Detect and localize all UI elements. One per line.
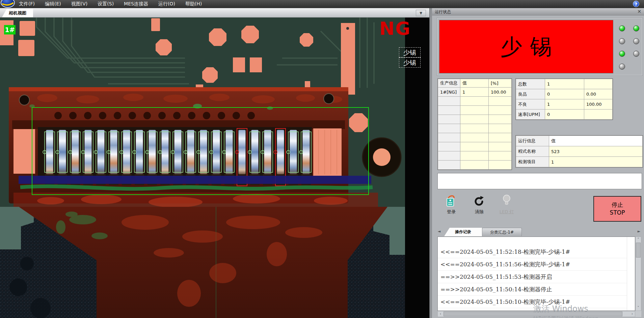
solder-pin [174,130,182,174]
pane-dropdown-button[interactable]: ▼ [416,10,426,16]
log-entry[interactable]: <<==2024-05-05_11:52:18-检测完毕-少锡-1# [438,246,627,258]
table-row [438,115,512,124]
table-row: 1#[NG] 1 100.00 [438,88,512,97]
tab-scroll-left-icon[interactable]: ◄ [437,228,441,235]
table-row [438,106,512,115]
col-header: 运行信息 [516,136,549,146]
solder-pin [97,130,105,174]
col-header: 值 [460,79,489,88]
stats-table: 总数 1 良品 0 0.00 不良 1 100.00 速率[UPM] 0 [515,78,613,120]
solder-pin [149,130,156,174]
table-row [438,151,512,161]
bulb-icon [495,194,518,207]
status-led-green [619,51,625,57]
camera-tab-strip: 相机视图 ▼ [0,8,429,18]
solder-pin [290,130,297,174]
solder-pin [302,130,310,174]
scroll-right-icon[interactable]: › [629,311,635,317]
panel-title: 运行状态 [435,9,451,14]
solder-pin [161,130,169,174]
vertical-scrollbar[interactable]: ˄ ˅ [635,237,641,311]
solder-pin [84,130,92,174]
led-grid [619,25,641,79]
octagon-pad [241,26,259,43]
col-header: [%] [489,79,512,88]
menu-run[interactable]: 运行(O) [158,1,175,7]
panel-title-bar: 运行状态 ✕ [432,8,644,16]
login-button[interactable]: 登录 [440,194,462,215]
menu-bar: 文件(F) 编辑(E) 视图(V) 设置(S) MES连接器 运行(O) 帮助(… [0,0,644,8]
inspection-result-label: NG [379,20,411,38]
tab-scroll-right-icon[interactable]: ► [637,228,641,235]
defect-tag: 少锡 [399,47,421,57]
status-led-gray [633,38,639,44]
solder-pin [277,130,284,174]
col-header: 值 [549,136,643,146]
menu-settings[interactable]: 设置(S) [98,1,114,7]
production-table: 生产信息 值 [%] 1#[NG] 1 100.00 [437,78,512,170]
menu-file[interactable]: 文件(F) [19,1,35,7]
solder-pin [59,130,66,174]
status-led-gray [619,64,625,70]
scroll-left-icon[interactable]: ‹ [438,311,443,317]
solder-pin [225,130,233,174]
col-header: 生产信息 [438,79,460,88]
scroll-up-icon[interactable]: ˄ [636,237,641,242]
led-light-button[interactable]: LED 灯 [495,194,518,215]
table-row: 良品 0 0.00 [516,89,613,99]
badge-icon [440,194,462,207]
table-row [438,133,512,142]
log-entry[interactable]: ==>>2024-05-05_11:51:53-检测器开启 [438,271,627,283]
refresh-icon [468,194,490,207]
log-entry[interactable]: <<==2024-05-05_11:51:56-检测完毕-少锡-1# [438,258,627,271]
tab-classification-summary[interactable]: 分类汇总-1# [482,228,522,236]
menu-edit[interactable]: 编辑(E) [45,1,61,7]
result-display-box: 少锡 [437,18,643,76]
scroll-down-icon[interactable]: ˅ [636,305,641,311]
pcb-inspection-image [0,18,429,318]
log-column-divider [627,237,627,311]
defect-tag: 少锡 [399,57,421,68]
camera-viewport: 1# NG 少锡 少锡 [0,18,429,318]
table-row [438,124,512,133]
operation-log-list: <<==2024-05-05_11:52:18-检测完毕-少锡-1# <<==2… [437,237,635,311]
close-icon[interactable]: ✕ [636,8,642,15]
table-row: 总数 1 [516,79,613,89]
camera-cell-label: 1# [4,25,16,34]
run-info-table: 运行信息 值 程式名称 523 检测项目 1 [515,135,643,168]
solder-pin [213,130,220,174]
log-entry[interactable]: ==>>2024-05-05_11:50:14-检测器停止 [438,283,627,296]
table-row [438,97,512,106]
run-status-panel: 运行状态 ✕ 少锡 生产信息 值 [%] 1#[NG] 1 100.00 [432,8,644,318]
message-box [437,173,642,189]
solder-pin [72,130,79,174]
solder-pin [123,130,130,174]
log-entry[interactable]: <<==2024-05-05_11:50:10-检测完毕-少锡-1# [438,296,627,308]
clear-button[interactable]: 清除 [468,194,490,215]
solder-pin [110,130,117,174]
pane-divider [429,8,432,318]
status-led-green [619,25,625,31]
status-led-gray [619,38,625,44]
solder-pin [238,130,246,174]
scrollbar-corner [635,311,641,317]
vertical-scroll-thumb[interactable] [636,243,641,258]
solder-pin [46,130,53,174]
table-row: 不良 1 100.00 [516,99,613,109]
tab-operation-log[interactable]: 操作记录 [444,228,482,236]
menu-help[interactable]: 帮助(H) [185,1,202,7]
tab-camera-view[interactable]: 相机视图 [2,9,33,17]
status-led-gray [633,51,639,57]
stop-button[interactable]: 停止 STOP [593,196,641,222]
solder-pin [200,130,207,174]
solder-pin [187,130,194,174]
menu-view[interactable]: 视图(V) [71,1,88,7]
solder-pin [264,130,271,174]
help-icon[interactable]: ? [633,1,639,7]
solder-pin [136,130,143,174]
table-row: 速率[UPM] 0 [516,109,613,120]
table-row [438,142,512,151]
table-row: 程式名称 523 [516,146,643,157]
menu-mes-connector[interactable]: MES连接器 [124,1,148,7]
windows-activation-watermark: 激活 Windows 转到“设置”以激活 Windows [533,303,598,318]
